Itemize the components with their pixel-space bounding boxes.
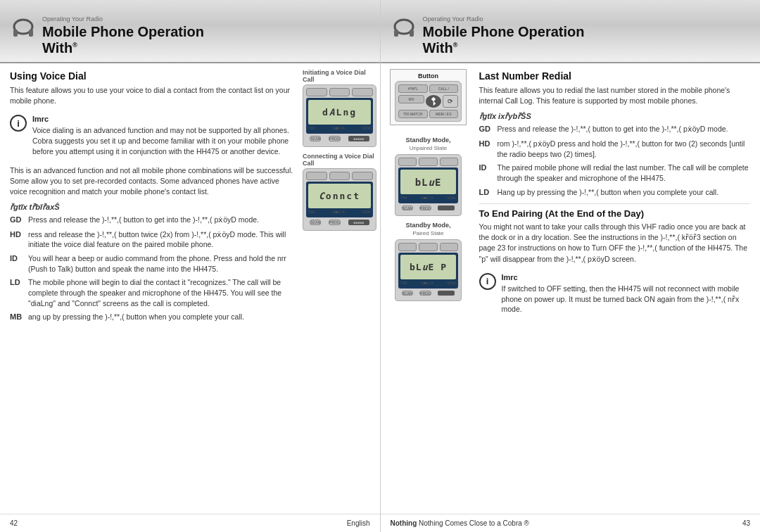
headphone-icon-left — [10, 17, 37, 44]
left-imrc-content: Imrc Voice dialing is an advanced functi… — [32, 115, 296, 156]
dev1-btn-mid — [329, 88, 350, 96]
sp-btn3 — [440, 243, 458, 251]
right-operating-label: Operating Your Radio — [423, 15, 585, 23]
right-step-4: LD Hang up by pressing the )-!,**,( butt… — [479, 187, 751, 198]
right-imrc-text: If switched to OFF setting, then the HH4… — [502, 284, 751, 315]
btn-device-top-row: H*M*L CALL / — [398, 84, 458, 93]
right-header: Operating Your Radio Mobile Phone Operat… — [381, 0, 761, 63]
right-section-intro: This feature allows you to redial the la… — [479, 85, 751, 106]
left-header: Operating Your Radio Mobile Phone Operat… — [0, 0, 380, 63]
btn-dev-call: CALL / — [429, 84, 459, 93]
left-page: Operating Your Radio Mobile Phone Operat… — [0, 0, 381, 532]
right-step-4-text: Hang up by pressing the )-!,**,( button … — [498, 187, 751, 198]
left-step-5: MB ang up by pressing the )-!,**,( butto… — [10, 312, 296, 322]
left-imrc-text1: Voice dialing is an advanced function an… — [32, 125, 296, 156]
right-section-title: Last Number Redial — [479, 70, 751, 82]
button-callout-label: Button — [395, 72, 462, 80]
imrc-icon-right: i — [479, 273, 496, 290]
dev1-prog: PROG — [329, 136, 341, 141]
right-steps-list: GD Press and release the )-!,**,( button… — [479, 124, 751, 198]
dev2-prog: PROG — [329, 220, 341, 225]
right-step-1: GD Press and release the )-!,**,( button… — [479, 124, 751, 134]
standby-label-2: Standby Mode, — [395, 222, 462, 229]
btn-dev-sync: ⟳ — [443, 95, 458, 108]
device-label-2: Connecting a Voice Dial Call — [303, 153, 376, 167]
left-step-1-letter: GD — [10, 215, 24, 225]
radio-standby-unpaired: bLuE TRI U■C A VOK SCAN PROG — [395, 154, 462, 216]
sp-screen-area: bLuE P TRI U■C A VOK — [398, 253, 458, 289]
radio-device-2: Connct TRI U■C A VOK SCAN PROG — [303, 168, 376, 231]
left-operating-label: Operating Your Radio — [42, 15, 204, 23]
right-imrc-title: Imrc — [502, 273, 751, 281]
left-step-2-letter: HD — [10, 229, 24, 240]
footer-brand-reg: ® — [524, 519, 529, 527]
right-title-line2: With — [423, 40, 453, 56]
sp-scan: SCAN — [402, 291, 413, 296]
btn-dev-bluetooth — [426, 95, 441, 108]
btn-dev-mem: MEM / ES — [429, 110, 459, 118]
left-title-line2: With — [42, 40, 72, 56]
su-prog: PROG — [419, 205, 431, 210]
right-step-1-letter: GD — [479, 124, 493, 134]
left-device-col: Initiating a Voice Dial Call dALng — [303, 63, 380, 514]
right-device-col: Button H*M*L CALL / WX — [381, 63, 472, 514]
left-steps-title: ȑgtĭx tȑbĭȑaxŜ — [10, 203, 296, 212]
dev1-btn-scan — [306, 88, 327, 96]
sp-top-btns — [398, 243, 458, 251]
dev1-btn-mem — [352, 88, 373, 96]
footer-nothing: Nothing — [391, 519, 417, 527]
right-imrc-content: Imrc If switched to OFF setting, then th… — [502, 273, 751, 315]
device-2-screen: Connct — [308, 184, 371, 208]
device-2-label-row: TRI U■C A VOK — [308, 210, 371, 214]
su-screen: bLuE — [400, 170, 456, 194]
dev2-scan: SCAN — [310, 220, 321, 225]
radio-device-button: H*M*L CALL / WX ⟳ — [395, 81, 462, 122]
su-scan: SCAN — [402, 205, 413, 210]
left-step-3: ID You will hear a beep or audio command… — [10, 253, 296, 274]
sp-label-row: TRI U■C A VOK — [400, 281, 456, 285]
device-1-top-btns — [306, 88, 373, 96]
device-1-screen: dALng — [308, 100, 371, 125]
left-text-content: Using Voice Dial This feature allows you… — [0, 63, 303, 514]
button-callout: Button H*M*L CALL / WX — [390, 69, 467, 125]
su-label-row: TRI U■C A VOK — [400, 196, 456, 200]
right-step-4-letter: LD — [479, 187, 493, 198]
right-footer: Nothing Nothing Comes Close to a Cobra ®… — [381, 514, 761, 532]
device-wrapper-2: Connecting a Voice Dial Call Connct — [303, 153, 376, 231]
dev2-btn-mid — [329, 172, 350, 180]
right-step-2-letter: HD — [479, 139, 493, 149]
right-text-content: Last Number Redial This feature allows y… — [472, 63, 761, 514]
right-step-3: ID The paired mobile phone will redial t… — [479, 163, 751, 183]
left-step-5-letter: MB — [10, 312, 24, 322]
right-sub-section-title: To End Pairing (At the End of the Day) — [479, 203, 751, 219]
headphone-icon-right — [391, 17, 417, 44]
sp-screen: bLuE P — [400, 255, 456, 279]
standby-label-1: Standby Mode, — [395, 137, 462, 144]
dev2-signal: ■■■■■ — [348, 220, 369, 225]
right-title-block: Operating Your Radio Mobile Phone Operat… — [423, 15, 585, 56]
su-btn3 — [440, 158, 458, 166]
btn-dev-tri: TRI WATCH — [398, 110, 428, 118]
right-title-line1: Mobile Phone Operation — [423, 24, 585, 39]
left-section-title: Using Voice Dial — [10, 70, 296, 82]
right-footer-brand: Nothing Nothing Comes Close to a Cobra ® — [391, 519, 529, 527]
left-steps-list: GD Press and release the )-!,**,( button… — [10, 215, 296, 323]
sp-mid-btns: SCAN PROG — [398, 291, 458, 296]
footer-brand-text: Nothing Comes Close to a Cobra — [419, 519, 522, 527]
left-section-intro: This feature allows you to use your voic… — [10, 85, 296, 106]
dev1-signal: ■■■■■ — [348, 136, 369, 141]
right-step-2-text: rom )-!,**,( pẋöyD press and hold the )-… — [498, 139, 751, 159]
left-step-1: GD Press and release the )-!,**,( button… — [10, 215, 296, 225]
right-page-number: 43 — [742, 519, 750, 527]
left-imrc-note: i Imrc Voice dialing is an advanced func… — [10, 112, 296, 159]
radio-standby-paired: bLuE P TRI U■C A VOK SCAN PROG — [395, 239, 462, 301]
left-step-2-text: ress and release the )-!,**,( button twi… — [28, 229, 296, 250]
su-top-btns — [398, 158, 458, 166]
su-btn1 — [398, 158, 417, 166]
left-title-block: Operating Your Radio Mobile Phone Operat… — [42, 15, 204, 56]
device-2-top-btns — [306, 172, 373, 180]
right-registered: ® — [453, 42, 458, 49]
sp-signal — [438, 291, 455, 296]
dev1-scan: SCAN — [310, 136, 321, 141]
standby-sub-1: Unpaired State — [395, 145, 462, 151]
